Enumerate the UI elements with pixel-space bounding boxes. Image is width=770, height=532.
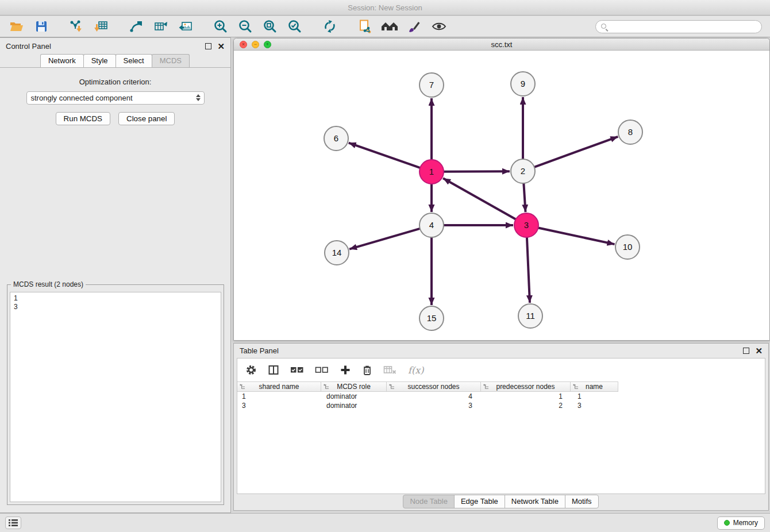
table-cell[interactable]: 3 (573, 401, 621, 410)
table-row[interactable]: 1dominator411 (237, 392, 765, 401)
export-network-button[interactable] (125, 18, 147, 35)
table-rows: 1dominator4113dominator323 (237, 392, 765, 410)
result-item[interactable]: 3 (14, 303, 217, 311)
node-15[interactable]: 15 (419, 306, 444, 330)
table-row[interactable]: 3dominator323 (237, 401, 765, 410)
node-11[interactable]: 11 (518, 304, 542, 328)
edge-2-8[interactable] (534, 137, 618, 167)
task-history-button[interactable] (5, 516, 21, 529)
column-header-shared-name[interactable]: shared name (237, 381, 321, 392)
node-label: 14 (332, 248, 342, 257)
select-all-columns-button[interactable] (290, 365, 304, 375)
zoom-window-button[interactable]: + (264, 41, 271, 48)
table-cell[interactable]: 3 (388, 401, 483, 410)
run-mcds-button[interactable]: Run MCDS (56, 112, 110, 125)
function-builder-button[interactable]: f(x) (408, 365, 424, 376)
node-14[interactable]: 14 (325, 241, 349, 265)
column-header-name[interactable]: name (570, 381, 618, 392)
tab-mcds[interactable]: MCDS (152, 54, 190, 67)
node-8[interactable]: 8 (618, 120, 642, 144)
table-cell[interactable]: 1 (237, 392, 322, 401)
refresh-button[interactable] (319, 18, 341, 35)
save-icon (34, 20, 48, 33)
first-neighbors-button[interactable] (379, 18, 401, 35)
zoom-selected-button[interactable] (284, 18, 306, 35)
style-paint-button[interactable] (403, 18, 425, 35)
import-table-button[interactable] (90, 18, 112, 35)
tab-style[interactable]: Style (83, 54, 116, 67)
node-6[interactable]: 6 (324, 126, 348, 151)
float-panel-button[interactable] (205, 43, 211, 49)
edge-2-3[interactable] (523, 183, 525, 212)
table-settings-button[interactable] (245, 364, 257, 376)
tab-network[interactable]: Network (40, 54, 84, 67)
zoom-selected-icon (287, 19, 302, 34)
table-cell[interactable]: 4 (388, 392, 483, 401)
save-session-button[interactable] (30, 18, 52, 35)
edge-3-1[interactable] (443, 178, 516, 219)
table-cell[interactable]: 1 (483, 392, 573, 401)
export-image-button[interactable] (175, 18, 197, 35)
zoom-fit-button[interactable] (259, 18, 281, 35)
memory-button[interactable]: Memory (717, 516, 765, 530)
open-file-button[interactable] (6, 18, 28, 35)
minimize-window-button[interactable]: − (252, 41, 259, 48)
import-network-button[interactable] (66, 18, 87, 35)
search-input[interactable] (595, 20, 762, 33)
deselect-all-columns-button[interactable] (315, 365, 329, 375)
node-3[interactable]: 3 (514, 213, 538, 237)
network-graph[interactable]: 7968124314101511 (234, 51, 769, 340)
close-panel-button[interactable]: ✕ (217, 43, 225, 49)
node-2[interactable]: 2 (511, 159, 535, 183)
column-label: shared name (259, 383, 299, 391)
close-window-button[interactable]: × (240, 41, 247, 48)
column-header-successor-nodes[interactable]: successor nodes (386, 381, 481, 392)
import-table-icon (94, 20, 109, 33)
node-4[interactable]: 4 (419, 213, 444, 237)
network-canvas[interactable]: 7968124314101511 (234, 51, 769, 340)
delete-table-button[interactable] (383, 365, 397, 375)
table-tab-motifs[interactable]: Motifs (565, 495, 599, 508)
column-header-predecessor-nodes[interactable]: predecessor nodes (480, 381, 571, 392)
export-table-icon (153, 20, 168, 33)
result-item[interactable]: 1 (14, 294, 217, 303)
delete-column-button[interactable] (362, 364, 372, 376)
table-tab-edge-table[interactable]: Edge Table (454, 495, 505, 508)
network-overview-button[interactable] (354, 18, 376, 35)
table-cell[interactable]: dominator (322, 392, 388, 401)
node-label: 15 (427, 313, 437, 323)
table-cell[interactable]: dominator (322, 401, 388, 410)
mcds-result-list[interactable]: 13 (10, 292, 221, 502)
column-header-mcds-role[interactable]: MCDS role (321, 381, 387, 392)
window-title: Session: New Session (348, 3, 422, 12)
zoom-in-button[interactable] (210, 18, 232, 35)
edge-3-11[interactable] (527, 237, 530, 303)
close-panel-button-2[interactable]: Close panel (118, 112, 175, 125)
tab-select[interactable]: Select (116, 54, 152, 67)
edge-4-14[interactable] (349, 229, 420, 249)
float-table-panel-button[interactable] (743, 348, 749, 354)
node-10[interactable]: 10 (615, 235, 640, 259)
table-cell[interactable]: 2 (483, 401, 573, 410)
table-cell[interactable]: 3 (237, 401, 322, 410)
edge-3-10[interactable] (538, 228, 615, 244)
table-tab-node-table[interactable]: Node Table (403, 495, 455, 508)
network-view-window: × − + scc.txt 7968124314101511 (233, 38, 770, 341)
create-column-button[interactable] (340, 364, 351, 376)
columns-icon (268, 364, 279, 376)
export-table-button[interactable] (150, 18, 172, 35)
node-1[interactable]: 1 (419, 160, 444, 184)
network-window-titlebar[interactable]: × − + scc.txt (234, 38, 769, 51)
close-table-panel-button[interactable]: ✕ (755, 348, 763, 354)
show-hide-button[interactable] (428, 18, 450, 35)
table-cell[interactable]: 1 (573, 392, 621, 401)
table-tab-network-table[interactable]: Network Table (505, 495, 565, 508)
zoom-out-button[interactable] (234, 18, 256, 35)
node-label: 8 (628, 127, 633, 137)
show-columns-button[interactable] (268, 364, 279, 376)
criterion-select[interactable]: strongly connected component (26, 91, 205, 105)
edge-1-6[interactable] (349, 143, 420, 168)
node-7[interactable]: 7 (419, 73, 444, 97)
node-9[interactable]: 9 (511, 72, 535, 96)
edge-1-2[interactable] (444, 171, 510, 172)
